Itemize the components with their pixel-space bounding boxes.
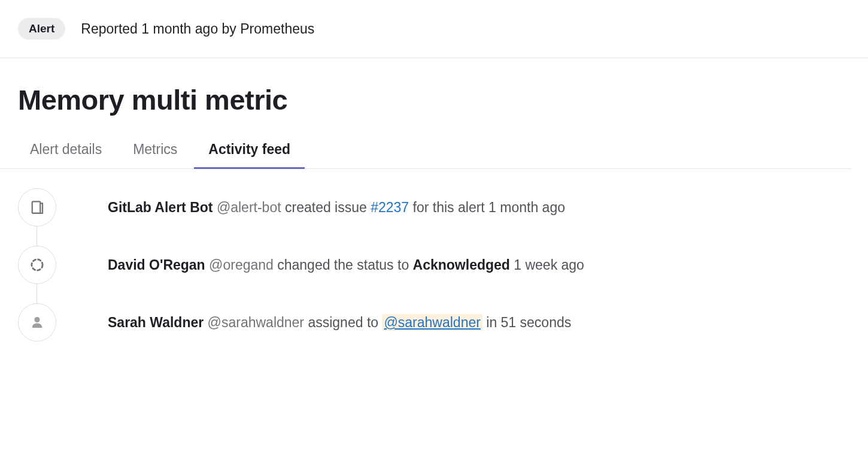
tab-activity-feed[interactable]: Activity feed	[208, 132, 290, 168]
author-handle[interactable]: @alert-bot	[217, 200, 281, 215]
action-text: changed the status to	[277, 257, 409, 273]
action-text: assigned to	[308, 315, 378, 330]
action-text: for this alert	[413, 200, 485, 215]
alert-header: Alert Reported 1 month ago by Prometheus	[0, 0, 868, 58]
alert-title: Memory multi metric	[0, 58, 868, 132]
reported-text: Reported 1 month ago by Prometheus	[81, 21, 314, 37]
time-text: 1 month ago	[488, 200, 565, 215]
activity-feed: GitLab Alert Bot @alert-bot created issu…	[0, 169, 868, 355]
status-icon	[18, 246, 56, 284]
status-value: Acknowledged	[413, 257, 510, 273]
alert-badge: Alert	[18, 18, 65, 40]
issue-link[interactable]: #2237	[371, 200, 409, 215]
tab-alert-details[interactable]: Alert details	[30, 132, 102, 168]
alert-page: Alert Reported 1 month ago by Prometheus…	[0, 0, 868, 355]
activity-item: GitLab Alert Bot @alert-bot created issu…	[18, 193, 850, 222]
activity-text: Sarah Waldner @sarahwaldner assigned to …	[108, 313, 571, 332]
activity-item: Sarah Waldner @sarahwaldner assigned to …	[18, 308, 850, 337]
issue-icon	[18, 188, 56, 227]
tabs: Alert details Metrics Activity feed	[0, 132, 851, 169]
svg-point-1	[32, 259, 43, 270]
user-icon	[18, 303, 56, 342]
author-name[interactable]: GitLab Alert Bot	[108, 200, 213, 215]
activity-text: David O'Regan @oregand changed the statu…	[108, 255, 584, 274]
author-handle[interactable]: @sarahwaldner	[208, 315, 304, 330]
author-name[interactable]: Sarah Waldner	[108, 315, 204, 330]
time-text: 1 week ago	[514, 257, 584, 273]
activity-item: David O'Regan @oregand changed the statu…	[18, 250, 850, 279]
action-text: created issue	[285, 200, 367, 215]
author-name[interactable]: David O'Regan	[108, 257, 205, 273]
svg-rect-0	[32, 201, 41, 213]
tab-metrics[interactable]: Metrics	[133, 132, 177, 168]
time-text: in 51 seconds	[486, 315, 571, 330]
author-handle[interactable]: @oregand	[209, 257, 274, 273]
user-mention[interactable]: @sarahwaldner	[382, 314, 482, 331]
activity-text: GitLab Alert Bot @alert-bot created issu…	[108, 198, 565, 217]
svg-point-2	[35, 317, 40, 322]
